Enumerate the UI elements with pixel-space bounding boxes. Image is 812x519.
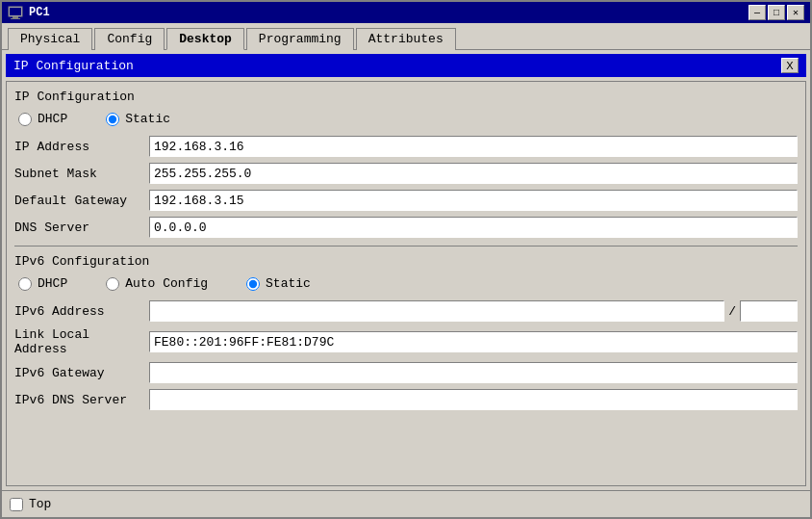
window-title: PC1 (29, 6, 50, 19)
dns-server-label: DNS Server (14, 221, 149, 235)
tab-desktop[interactable]: Desktop (166, 28, 244, 50)
ipv4-static-group: Static (106, 112, 170, 126)
computer-icon (8, 5, 23, 20)
ipv6-prefix-input[interactable] (740, 300, 798, 322)
close-button[interactable]: ✕ (787, 5, 804, 20)
ipv6-section: IPv6 Configuration DHCP Auto Config Stat… (14, 254, 798, 410)
ipv4-dhcp-radio[interactable] (18, 113, 32, 126)
ipv4-static-label: Static (125, 112, 170, 126)
tab-config[interactable]: Config (94, 28, 165, 50)
ipv6-static-label: Static (266, 276, 311, 291)
ipv4-static-radio[interactable] (106, 113, 119, 126)
ipv6-dns-label: IPv6 DNS Server (14, 393, 149, 407)
ipv6-gateway-row: IPv6 Gateway (14, 362, 798, 383)
ipv6-address-input[interactable] (149, 300, 724, 322)
link-local-label: Link Local Address (14, 327, 149, 356)
panel-header-bar: IP Configuration X (6, 54, 806, 77)
content-area: IP Configuration X IP Configuration DHCP… (2, 50, 810, 490)
title-bar-left: PC1 (8, 5, 50, 20)
svg-rect-3 (11, 18, 20, 19)
dns-server-row: DNS Server (14, 217, 798, 238)
dns-server-input[interactable] (149, 217, 798, 238)
minimize-button[interactable]: — (749, 5, 766, 20)
maximize-button[interactable]: □ (768, 5, 785, 20)
default-gateway-label: Default Gateway (14, 194, 149, 208)
default-gateway-input[interactable] (149, 190, 798, 211)
ipv6-dns-input[interactable] (149, 389, 798, 410)
ipv4-dhcp-label: DHCP (38, 112, 67, 126)
ipv6-slash: / (724, 304, 740, 319)
ipv6-auto-radio[interactable] (106, 277, 119, 291)
svg-rect-2 (13, 16, 18, 18)
ip-address-label: IP Address (14, 140, 149, 154)
subnet-mask-input[interactable] (149, 163, 798, 184)
panel-header-label: IP Configuration (13, 59, 134, 73)
top-checkbox[interactable] (10, 498, 23, 511)
title-bar-controls: — □ ✕ (749, 5, 804, 20)
ipv4-radio-row: DHCP Static (14, 112, 798, 126)
main-window: PC1 — □ ✕ Physical Config Desktop Progra… (0, 0, 812, 519)
ipv6-section-title: IPv6 Configuration (14, 254, 798, 269)
ipv6-address-label: IPv6 Address (14, 304, 149, 319)
ipv6-dhcp-radio[interactable] (18, 277, 32, 291)
section-divider (14, 246, 798, 247)
ipv6-static-radio[interactable] (246, 277, 260, 291)
ipv6-autoconfig-group: Auto Config (106, 276, 208, 291)
ipv4-section-title: IP Configuration (14, 90, 798, 104)
default-gateway-row: Default Gateway (14, 190, 798, 211)
ipv6-dns-row: IPv6 DNS Server (14, 389, 798, 410)
panel-close-button[interactable]: X (781, 58, 799, 73)
subnet-mask-label: Subnet Mask (14, 167, 149, 181)
tab-programming[interactable]: Programming (246, 28, 354, 50)
ip-address-row: IP Address (14, 136, 798, 157)
top-checkbox-label: Top (29, 497, 51, 511)
link-local-input[interactable] (149, 331, 798, 352)
tab-physical[interactable]: Physical (8, 28, 92, 50)
title-bar: PC1 — □ ✕ (2, 2, 810, 23)
ipv6-gateway-input[interactable] (149, 362, 798, 383)
top-checkbox-group: Top (10, 497, 51, 511)
ipv6-auto-label: Auto Config (125, 276, 208, 291)
ipv6-dhcp-label: DHCP (38, 276, 67, 291)
tabs-bar: Physical Config Desktop Programming Attr… (2, 23, 810, 50)
ipv4-dhcp-group: DHCP (18, 112, 67, 126)
tab-attributes[interactable]: Attributes (356, 28, 456, 50)
svg-rect-1 (10, 8, 21, 15)
ipv6-radio-row: DHCP Auto Config Static (14, 276, 798, 291)
ipv6-dhcp-group: DHCP (18, 276, 67, 291)
subnet-mask-row: Subnet Mask (14, 163, 798, 184)
panel-body: IP Configuration DHCP Static IP Address (6, 81, 806, 486)
ip-address-input[interactable] (149, 136, 798, 157)
ipv6-gateway-label: IPv6 Gateway (14, 366, 149, 380)
ipv6-static-group: Static (246, 276, 311, 291)
link-local-row: Link Local Address (14, 327, 798, 356)
bottom-bar: Top (2, 490, 810, 517)
ipv6-address-row: IPv6 Address / (14, 300, 798, 322)
ipv4-section: IP Configuration DHCP Static IP Address (14, 90, 798, 238)
